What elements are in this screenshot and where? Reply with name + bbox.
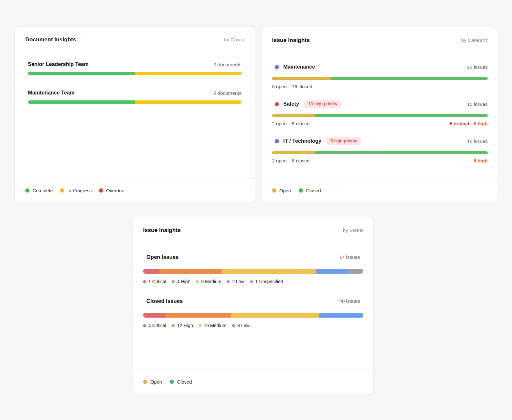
- critical-dot-icon: [143, 280, 146, 283]
- priority-breakdown-legend: 1 Critical 4 High 6 Medium 2 Low: [143, 279, 363, 284]
- critical-dot-icon: [143, 324, 146, 327]
- open-issues-section: Open Issues 14 issues 1 Critical 4 High: [143, 254, 363, 284]
- legend-item-low: 8 Low: [232, 323, 249, 328]
- group-row-maintenance-team: Maintenance Team 2 documents: [28, 90, 242, 104]
- bar-segment: [222, 269, 316, 274]
- legend-label: Closed: [177, 379, 192, 385]
- category-row-it-technology: IT / Technology 5 high priority 10 issue…: [272, 136, 488, 163]
- bar-segment: [272, 114, 315, 117]
- card-legend: Open Closed: [133, 369, 373, 394]
- category-name: Safety: [283, 101, 299, 107]
- legend-label: 2 Low: [232, 279, 244, 284]
- document-status-bar: [28, 72, 242, 75]
- open-count: 6 open: [272, 84, 287, 89]
- legend-item-open: Open: [143, 379, 162, 385]
- bar-segment: [28, 100, 135, 104]
- bar-segment: [135, 100, 242, 104]
- category-dot-icon: [275, 139, 279, 143]
- group-name: Senior Leadership Team: [28, 61, 89, 67]
- legend-item-high: 4 High: [172, 279, 190, 284]
- closed-dot-icon: [170, 380, 174, 384]
- card-title: Issue Insights: [272, 37, 310, 44]
- card-legend: Open Closed: [262, 178, 498, 202]
- legend-label: In Progress: [67, 188, 92, 193]
- card-legend: Complete In Progress Overdue: [15, 178, 255, 202]
- high-alert: 5 high: [474, 158, 488, 163]
- document-count: 2 documents: [213, 90, 242, 96]
- low-dot-icon: [227, 280, 230, 283]
- legend-label: 4 High: [177, 279, 190, 284]
- low-dot-icon: [232, 324, 235, 327]
- legend-item-open: Open: [272, 188, 291, 193]
- legend-label: 6 Medium: [201, 279, 221, 284]
- legend-label: Open: [279, 188, 291, 193]
- critical-alert: 5 critical: [450, 121, 469, 126]
- issue-insights-category-card: Issue Insights by Category Maintenance 2…: [262, 27, 498, 203]
- unspecified-dot-icon: [250, 280, 253, 283]
- legend-item-high: 12 High: [172, 323, 193, 328]
- bar-segment: [315, 114, 488, 117]
- bar-segment: [165, 313, 231, 318]
- category-row-safety: Safety 10 high priority 10 issues 2 open…: [272, 99, 488, 126]
- bar-segment: [143, 313, 165, 318]
- bar-segment: [348, 269, 363, 274]
- card-body: Senior Leadership Team 2 documents Maint…: [15, 43, 255, 178]
- closed-count: 8 closed: [292, 121, 309, 126]
- legend-item-unspecified: 1 Unspecified: [250, 279, 283, 284]
- open-dot-icon: [143, 380, 147, 384]
- card-header: Document Insights by Group: [15, 27, 255, 43]
- issue-count: 22 issues: [467, 64, 488, 70]
- legend-item-medium: 6 Medium: [196, 279, 221, 284]
- issue-count: 40 issues: [339, 298, 360, 304]
- group-name: Maintenance Team: [28, 90, 75, 96]
- bar-segment: [272, 151, 315, 154]
- issue-count: 10 issues: [467, 101, 488, 107]
- issue-status-bar: [272, 151, 488, 154]
- legend-item-closed: Closed: [170, 379, 192, 385]
- high-priority-badge: 10 high priority: [304, 100, 342, 109]
- open-dot-icon: [272, 188, 276, 193]
- in-progress-dot-icon: [60, 188, 64, 193]
- bar-segment: [143, 269, 159, 274]
- issue-insights-status-card: Issue Insights by Status Open Issues 14 …: [133, 217, 373, 394]
- section-label: Closed Issues: [146, 298, 183, 304]
- legend-item-in-progress: In Progress: [60, 188, 92, 193]
- bar-segment: [319, 313, 363, 318]
- legend-label: 16 Medium: [204, 323, 226, 328]
- closed-issues-section: Closed Issues 40 issues 4 Critical 12 Hi…: [143, 298, 363, 328]
- priority-breakdown-bar: [143, 313, 363, 318]
- open-count: 2 open: [272, 121, 287, 126]
- card-header: Issue Insights by Category: [262, 27, 498, 44]
- priority-alerts: 5 high: [474, 158, 488, 163]
- bar-segment: [159, 269, 222, 274]
- card-subtitle-by-group: by Group: [224, 37, 244, 42]
- bar-segment: [28, 72, 135, 75]
- legend-item-complete: Complete: [25, 188, 53, 193]
- bar-segment: [135, 72, 242, 75]
- card-title: Document Insights: [25, 36, 76, 43]
- legend-label: Overdue: [106, 188, 124, 193]
- card-body: Maintenance 22 issues 6 open 16 closed: [262, 44, 498, 178]
- legend-label: 12 High: [177, 323, 193, 328]
- card-subtitle-by-status: by Status: [343, 227, 363, 233]
- insights-dashboard: Document Insights by Group Senior Leader…: [0, 0, 512, 420]
- high-dot-icon: [172, 280, 175, 283]
- bar-segment: [315, 151, 488, 154]
- issue-count: 10 issues: [467, 138, 488, 144]
- bar-segment: [272, 77, 331, 80]
- high-priority-badge: 5 high priority: [326, 137, 361, 146]
- category-row-maintenance: Maintenance 22 issues 6 open 16 closed: [272, 62, 488, 89]
- legend-label: 4 Critical: [148, 323, 166, 328]
- legend-label: Open: [150, 379, 162, 385]
- priority-breakdown-legend: 4 Critical 12 High 16 Medium 8 Low: [143, 323, 363, 328]
- bar-segment: [331, 77, 488, 80]
- legend-item-critical: 1 Critical: [143, 279, 166, 284]
- section-label: Open Issues: [146, 254, 179, 260]
- document-status-bar: [28, 100, 242, 104]
- legend-label: Closed: [306, 188, 321, 193]
- card-subtitle-by-category: by Category: [461, 37, 488, 43]
- bar-segment: [316, 269, 348, 274]
- issue-status-bar: [272, 77, 488, 80]
- card-body: Open Issues 14 issues 1 Critical 4 High: [133, 234, 373, 369]
- bar-segment: [231, 313, 319, 318]
